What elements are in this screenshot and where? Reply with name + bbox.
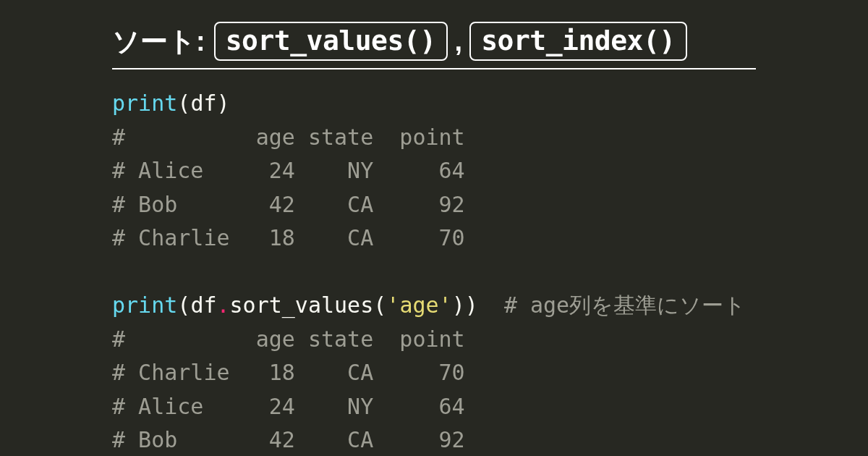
- token-func: print: [112, 90, 177, 116]
- token-method: sort_values: [230, 292, 374, 318]
- token-pad: [478, 292, 504, 318]
- token-paren: ): [465, 292, 478, 318]
- token-string: age: [399, 292, 438, 318]
- token-paren: ): [217, 90, 230, 116]
- token-ident: df: [190, 292, 216, 318]
- token-ident: df: [190, 90, 216, 116]
- token-string-quote: ': [439, 292, 452, 318]
- code-block: print(df) # age state point # Alice 24 N…: [112, 87, 756, 456]
- output-line: # Alice 24 NY 64: [112, 394, 465, 419]
- output-line: # Bob 42 CA 92: [112, 192, 465, 217]
- output-line: # Charlie 18 CA 70: [112, 360, 465, 385]
- title-prefix: ソート:: [112, 23, 205, 60]
- token-string-quote: ': [386, 292, 399, 318]
- token-dot: .: [217, 292, 230, 318]
- title-heading: ソート: sort_values() , sort_index(): [112, 22, 756, 69]
- token-func: print: [112, 292, 177, 318]
- title-separator: ,: [455, 26, 463, 57]
- token-paren: ): [452, 292, 465, 318]
- code-pill-sort-index: sort_index(): [469, 22, 687, 61]
- code-pill-sort-values: sort_values(): [214, 22, 448, 61]
- output-line: # Charlie 18 CA 70: [112, 225, 465, 250]
- output-line: # Alice 24 NY 64: [112, 158, 465, 183]
- output-line: # age state point: [112, 124, 465, 150]
- token-paren: (: [177, 90, 190, 116]
- token-paren: (: [373, 292, 386, 318]
- output-line: # Bob 42 CA 92: [112, 427, 465, 452]
- token-comment: # age列を基準にソート: [504, 292, 746, 318]
- slide-container: ソート: sort_values() , sort_index() print(…: [0, 0, 868, 456]
- token-paren: (: [177, 292, 190, 318]
- output-line: # age state point: [112, 326, 465, 352]
